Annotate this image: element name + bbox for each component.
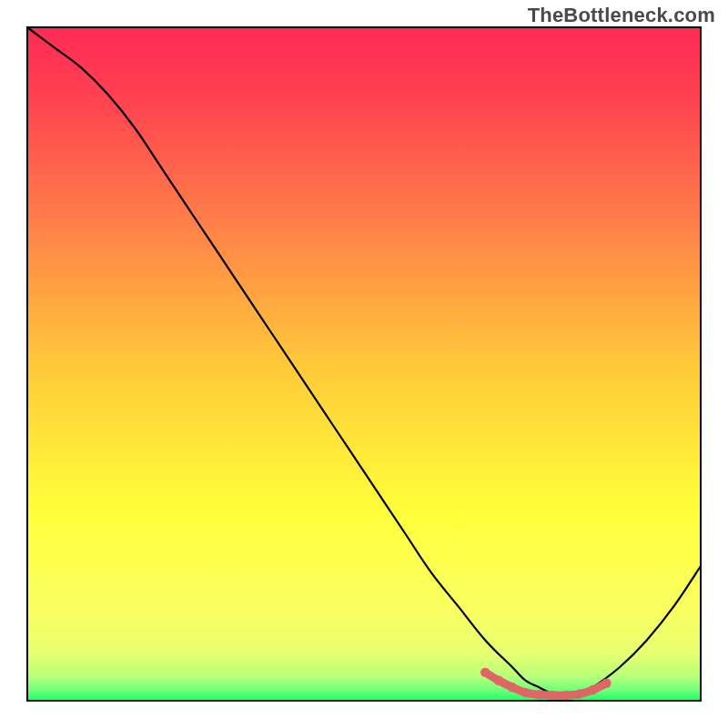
trough-dot — [494, 676, 503, 685]
trough-dot — [508, 682, 517, 692]
trough-dot — [588, 685, 597, 694]
plot-background — [27, 27, 701, 701]
trough-dot — [548, 691, 557, 700]
trough-dot — [602, 679, 611, 688]
trough-dot — [575, 689, 584, 698]
chart-container: TheBottleneck.com — [0, 0, 728, 728]
watermark-text: TheBottleneck.com — [528, 4, 715, 27]
trough-dot — [521, 688, 530, 697]
trough-dot — [561, 691, 571, 700]
trough-dot — [480, 668, 490, 677]
trough-dot — [534, 690, 543, 699]
chart-svg — [0, 0, 728, 728]
